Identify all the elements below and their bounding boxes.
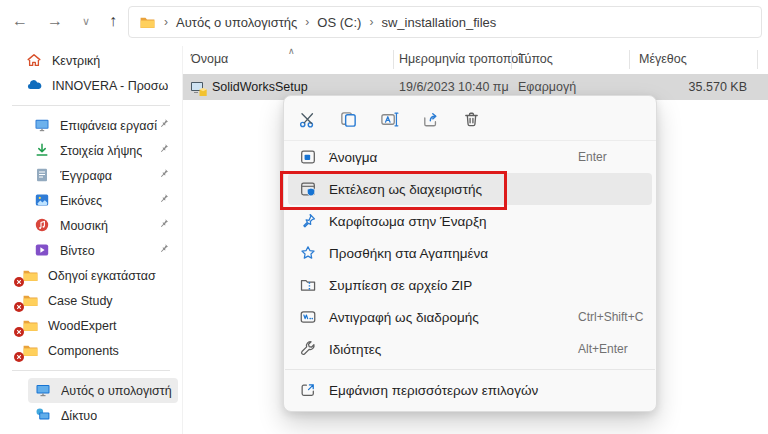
pin-icon[interactable] (158, 193, 169, 204)
sidebar-divider (12, 105, 170, 106)
sidebar-item-label: Έγγραφα (60, 169, 112, 183)
folder-icon (22, 342, 39, 359)
menu-item-label: Άνοιγμα (329, 150, 377, 165)
sidebar-item-network[interactable]: Δίκτυο (28, 403, 178, 428)
pin-icon[interactable] (158, 243, 169, 254)
sidebar-item-label: Case Study (48, 294, 113, 308)
network-icon (35, 407, 52, 424)
open-icon (298, 148, 318, 166)
sidebar-item-onedrive[interactable]: INNOVERA - Προσω (4, 73, 178, 98)
column-divider[interactable] (629, 50, 630, 69)
sidebar-item-home[interactable]: Κεντρική (4, 48, 178, 73)
folder-icon (22, 317, 39, 334)
pin-icon[interactable] (158, 118, 169, 129)
sidebar-item-desktop[interactable]: Επιφάνεια εργασί (4, 113, 178, 138)
sidebar-item-label: Components (48, 344, 119, 358)
up-button[interactable]: ↑ (109, 12, 117, 30)
pin-icon[interactable] (158, 143, 169, 154)
installer-icon (190, 80, 208, 98)
nav-buttons: ← → ∨ ↑ (12, 0, 117, 42)
sidebar-item-videos[interactable]: Βίντεο (4, 238, 178, 263)
downloads-icon (34, 142, 51, 159)
sidebar-item-woodexpert[interactable]: WoodExpert (4, 313, 178, 338)
menu-item-label: Εκτέλεση ως διαχειριστής (329, 182, 482, 197)
pin-to-start-icon (298, 212, 318, 230)
sidebar-item-label: INNOVERA - Προσω (52, 79, 168, 93)
copy-button[interactable] (333, 103, 363, 135)
menu-item-open[interactable]: Άνοιγμα Enter (288, 141, 652, 173)
sidebar-item-label: Αυτός ο υπολογιστή (61, 384, 172, 398)
forward-button[interactable]: → (47, 12, 63, 30)
breadcrumb-current-folder[interactable]: sw_installation_files (381, 15, 496, 30)
menu-item-label: Αντιγραφή ως διαδρομής (329, 310, 479, 325)
menu-item-properties[interactable]: Ιδιότητες Alt+Enter (288, 333, 652, 365)
sidebar-item-label: Οδηγοί εγκατάστασ (48, 269, 156, 283)
sidebar-item-label: Κεντρική (52, 54, 100, 68)
breadcrumb-separator: › (369, 15, 373, 29)
column-header-size[interactable]: Μέγεθος (639, 52, 687, 66)
file-size: 35.570 KB (689, 80, 747, 94)
sidebar-item-components[interactable]: Components (4, 338, 178, 363)
pin-icon[interactable] (158, 218, 169, 229)
recent-locations-button[interactable]: ∨ (82, 15, 90, 28)
quick-actions-row (284, 100, 656, 141)
menu-item-run-as-administrator[interactable]: Εκτέλεση ως διαχειριστής (288, 173, 652, 205)
menu-item-compress-to-zip[interactable]: Συμπίεση σε αρχείο ZIP (288, 269, 652, 301)
menu-item-label: Εμφάνιση περισσότερων επιλογών (329, 383, 538, 398)
context-menu: Άνοιγμα Enter Εκτέλεση ως διαχειριστής Κ… (283, 95, 657, 412)
sidebar-item-label: Εικόνες (60, 194, 102, 208)
sidebar-item-pictures[interactable]: Εικόνες (4, 188, 178, 213)
sort-ascending-icon: ∧ (288, 46, 295, 56)
file-date-modified: 19/6/2023 10:40 πμ (399, 80, 509, 94)
sidebar-item-this-pc[interactable]: Αυτός ο υπολογιστή (28, 378, 178, 403)
column-header-name[interactable]: Όνομα (191, 52, 228, 66)
folder-icon (139, 14, 156, 31)
menu-item-show-more-options[interactable]: Εμφάνιση περισσότερων επιλογών (288, 374, 652, 406)
sidebar-item-label: Επιφάνεια εργασί (60, 119, 157, 133)
compress-to-zip-icon (298, 276, 318, 294)
sidebar-item-music[interactable]: Μουσική (4, 213, 178, 238)
back-button[interactable]: ← (12, 12, 28, 30)
music-icon (34, 217, 51, 234)
share-button[interactable] (415, 103, 445, 135)
onedrive-cloud-icon (26, 77, 43, 94)
menu-item-add-to-favorites[interactable]: Προσθήκη στα Αγαπημένα (288, 237, 652, 269)
sidebar-item-label: Δίκτυο (61, 409, 97, 423)
videos-icon (34, 242, 51, 259)
menu-item-shortcut: Enter (578, 150, 607, 164)
sidebar-item-label: Στοιχεία λήψης (60, 144, 142, 158)
menu-item-label: Συμπίεση σε αρχείο ZIP (329, 278, 472, 293)
home-icon (26, 52, 43, 69)
menu-item-shortcut: Alt+Enter (578, 342, 628, 356)
sidebar-item-documents[interactable]: Έγγραφα (4, 163, 178, 188)
breadcrumb-separator: › (305, 15, 309, 29)
navigation-pane: Κεντρική INNOVERA - Προσω Επιφάνεια εργα… (0, 48, 182, 434)
menu-item-pin-to-start[interactable]: Καρφίτσωμα στην Έναρξη (288, 205, 652, 237)
delete-button[interactable] (456, 103, 486, 135)
folder-icon (22, 267, 39, 284)
column-divider[interactable] (511, 50, 512, 69)
sidebar-item-odigoi-egkatastasis[interactable]: Οδηγοί εγκατάστασ (4, 263, 178, 288)
run-as-administrator-icon (298, 180, 318, 198)
breadcrumb-separator: › (164, 15, 168, 29)
pictures-icon (34, 192, 51, 209)
sidebar-item-case-study[interactable]: Case Study (4, 288, 178, 313)
address-bar[interactable]: › Αυτός ο υπολογιστής › OS (C:) › sw_ins… (128, 6, 762, 38)
menu-item-label: Προσθήκη στα Αγαπημένα (329, 246, 488, 261)
cut-button[interactable] (292, 103, 322, 135)
menu-item-label: Ιδιότητες (329, 342, 381, 357)
column-divider[interactable] (393, 50, 394, 69)
column-divider[interactable] (757, 50, 758, 69)
explorer-toolbar: ← → ∨ ↑ › Αυτός ο υπολογιστής › OS (C:) … (0, 0, 768, 44)
folder-icon (22, 292, 39, 309)
column-header-type[interactable]: Τύπος (518, 52, 553, 66)
column-headers: Όνομα ∧ Ημερομηνία τροποποί... Τύπος Μέγ… (183, 46, 768, 72)
menu-item-shortcut: Ctrl+Shift+C (578, 310, 643, 324)
rename-button[interactable] (374, 103, 404, 135)
breadcrumb-this-pc[interactable]: Αυτός ο υπολογιστής (176, 15, 297, 30)
copy-as-path-icon (298, 308, 318, 326)
pin-icon[interactable] (158, 168, 169, 179)
breadcrumb-os-c[interactable]: OS (C:) (317, 15, 361, 30)
menu-item-copy-as-path[interactable]: Αντιγραφή ως διαδρομής Ctrl+Shift+C (288, 301, 652, 333)
sidebar-item-downloads[interactable]: Στοιχεία λήψης (4, 138, 178, 163)
